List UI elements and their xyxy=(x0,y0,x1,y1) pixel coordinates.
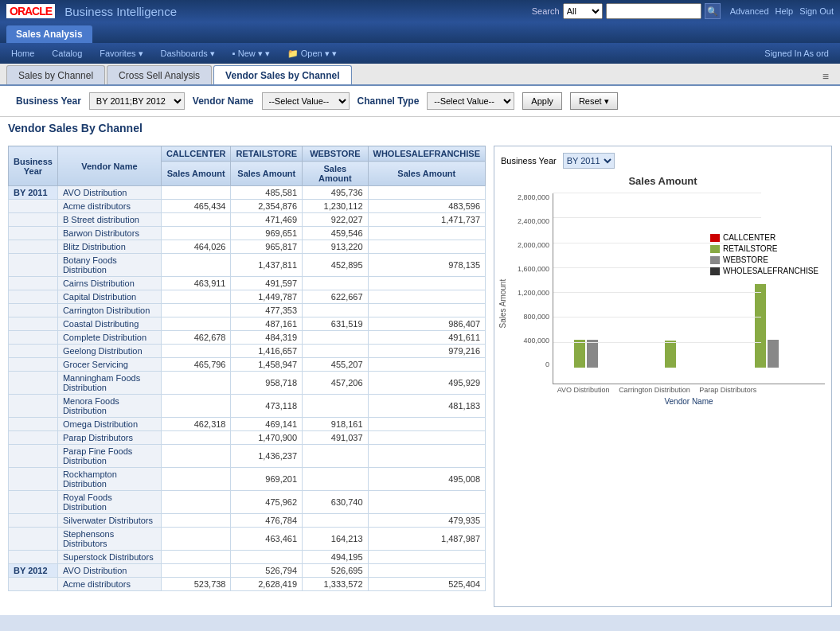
year-cell-empty xyxy=(9,213,58,227)
nav-dashboards[interactable]: Dashboards xyxy=(153,46,223,61)
nav-home[interactable]: Home xyxy=(3,46,42,60)
channel-type-select[interactable]: --Select Value-- xyxy=(427,92,514,110)
chart-legend: CALLCENTER RETAILSTORE WEBSTORE WHO xyxy=(710,233,819,275)
tab-vendor-sales[interactable]: Vendor Sales by Channel xyxy=(213,65,351,84)
callcenter-cell: 464,026 xyxy=(161,240,231,254)
reset-button[interactable]: Reset ▾ xyxy=(570,92,618,110)
top-bar: ORACLE Business Intelligence Search All … xyxy=(0,0,840,22)
nav-open[interactable]: 📁 Open ▾ xyxy=(279,46,345,61)
y-label-2000k: 2,000,000 xyxy=(509,241,549,249)
retailstore-cell: 475,962 xyxy=(231,491,303,514)
wholesale-cell xyxy=(368,445,485,468)
search-type-select[interactable]: All xyxy=(563,3,603,19)
data-table: Business Year Vendor Name CALLCENTER RET… xyxy=(8,146,486,607)
table-row: Menora Foods Distribution473,118481,183 xyxy=(9,395,486,418)
tabs-bar: Sales by Channel Cross Sell Analysis Ven… xyxy=(0,64,840,86)
retailstore-cell: 471,469 xyxy=(231,213,303,227)
webstore-cell: 452,895 xyxy=(303,254,368,277)
vendor-cell: Cairns Distribution xyxy=(57,277,161,290)
retailstore-cell: 965,817 xyxy=(231,240,303,254)
callcenter-cell xyxy=(161,213,231,227)
tabs-menu-icon[interactable]: ≡ xyxy=(818,68,834,84)
retailstore-cell: 477,353 xyxy=(231,304,303,317)
year-cell: BY 2011 xyxy=(9,186,58,200)
advanced-link[interactable]: Advanced xyxy=(730,6,769,16)
table-row: Blitz Distribution464,026965,817913,220 xyxy=(9,240,486,254)
chart-year-label: Business Year xyxy=(501,156,557,166)
vendor-cell: Royal Foods Distribution xyxy=(57,491,161,514)
table-row: Acme distributors465,4342,354,8761,230,1… xyxy=(9,200,486,213)
module-tab[interactable]: Sales Analysis xyxy=(6,25,92,43)
callcenter-cell xyxy=(161,395,231,418)
channel-type-label: Channel Type xyxy=(357,95,420,107)
search-input[interactable] xyxy=(606,3,701,19)
legend-label-webstore: WEBSTORE xyxy=(723,255,768,264)
y-label-0: 0 xyxy=(509,360,549,368)
legend-retailstore: RETAILSTORE xyxy=(710,244,819,253)
x-label-avo: AVO Distribution xyxy=(557,386,610,394)
table-row: Carrington Distribution477,353 xyxy=(9,304,486,317)
webstore-cell: 495,736 xyxy=(303,186,368,200)
search-button[interactable]: 🔍 xyxy=(705,3,721,19)
col-callcenter: CALLCENTER xyxy=(161,146,231,162)
legend-webstore: WEBSTORE xyxy=(710,255,819,264)
signout-link[interactable]: Sign Out xyxy=(799,6,834,16)
tab-cross-sell[interactable]: Cross Sell Analysis xyxy=(107,65,212,84)
table-row: Superstock Distributors494,195 xyxy=(9,551,486,564)
callcenter-cell xyxy=(161,304,231,317)
callcenter-cell xyxy=(161,551,231,564)
table-row: Botany Foods Distribution1,437,811452,89… xyxy=(9,254,486,277)
y-label-1600k: 1,600,000 xyxy=(509,265,549,273)
y-label-2400k: 2,400,000 xyxy=(509,217,549,225)
callcenter-cell: 463,911 xyxy=(161,277,231,290)
filter-bar: Business Year BY 2011;BY 2012 Vendor Nam… xyxy=(0,86,840,117)
wholesale-cell: 1,471,737 xyxy=(368,213,485,227)
wholesale-cell: 491,611 xyxy=(368,331,485,345)
chart-panel: Business Year BY 2011 Sales Amount Sales… xyxy=(494,146,832,607)
vendor-cell: AVO Distribution xyxy=(57,564,161,578)
vendor-name-select[interactable]: --Select Value-- xyxy=(262,92,350,110)
year-cell-empty xyxy=(9,240,58,254)
wholesale-cell xyxy=(368,227,485,240)
vendor-cell: Carrington Distribution xyxy=(57,304,161,317)
bar xyxy=(768,340,779,368)
table-row: Rockhampton Distribution969,201495,008 xyxy=(9,468,486,491)
wholesale-cell xyxy=(368,564,485,578)
sub-retailstore: Sales Amount xyxy=(231,162,303,186)
vendor-cell: Manningham Foods Distribution xyxy=(57,372,161,395)
year-cell-empty xyxy=(9,395,58,418)
webstore-cell xyxy=(303,514,368,528)
table-row: Silverwater Distributors476,784479,935 xyxy=(9,514,486,528)
chart-year-select[interactable]: BY 2011 xyxy=(563,153,615,169)
webstore-cell xyxy=(303,395,368,418)
vendor-cell: Capital Distribution xyxy=(57,290,161,304)
main-content: Business Year Vendor Name CALLCENTER RET… xyxy=(0,138,840,615)
apply-button[interactable]: Apply xyxy=(522,92,562,110)
legend-color-retailstore xyxy=(710,245,720,253)
vendor-cell: Parap Distributors xyxy=(57,431,161,445)
bar xyxy=(755,284,766,368)
year-cell-empty xyxy=(9,418,58,431)
year-cell: BY 2012 xyxy=(9,564,58,578)
tab-sales-by-channel[interactable]: Sales by Channel xyxy=(6,65,105,84)
sub-webstore: Sales Amount xyxy=(303,162,368,186)
top-links: Advanced Help Sign Out xyxy=(730,6,834,16)
nav-favorites[interactable]: Favorites xyxy=(92,46,150,61)
business-year-label: Business Year xyxy=(16,95,81,107)
wholesale-cell xyxy=(368,431,485,445)
business-year-select[interactable]: BY 2011;BY 2012 xyxy=(89,92,185,110)
nav-new[interactable]: ▪ New ▾ xyxy=(225,46,278,61)
callcenter-cell: 462,678 xyxy=(161,331,231,345)
callcenter-cell xyxy=(161,528,231,551)
nav-catalog[interactable]: Catalog xyxy=(44,46,90,60)
retailstore-cell: 473,118 xyxy=(231,395,303,418)
chart-bars-container xyxy=(553,193,825,368)
webstore-cell xyxy=(303,304,368,317)
webstore-cell: 491,037 xyxy=(303,431,368,445)
wholesale-cell xyxy=(368,418,485,431)
year-cell-empty xyxy=(9,491,58,514)
help-link[interactable]: Help xyxy=(776,6,794,16)
vendor-cell: Geelong Distribution xyxy=(57,345,161,358)
year-cell-empty xyxy=(9,578,58,591)
page-title: Vendor Sales By Channel xyxy=(0,117,840,138)
